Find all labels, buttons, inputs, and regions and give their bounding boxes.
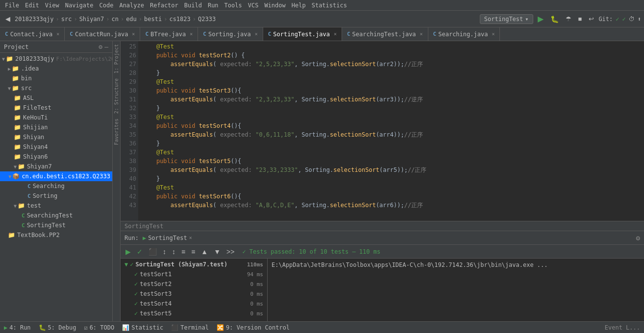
- test-item-1[interactable]: ✓ testSort1 94 ms: [121, 269, 267, 279]
- menu-code[interactable]: Code: [97, 1, 117, 10]
- run-more-button[interactable]: >>: [224, 247, 236, 257]
- tab-close-btree[interactable]: ×: [190, 31, 193, 37]
- breadcrumb-cn[interactable]: cn: [111, 16, 118, 23]
- run-stop-button[interactable]: ⬛: [147, 247, 159, 257]
- breadcrumb-besti[interactable]: besti: [144, 16, 162, 23]
- breadcrumb-cs1823[interactable]: cs1823: [169, 16, 190, 23]
- tab-close-contactrun[interactable]: ×: [132, 31, 135, 37]
- tree-item-shiyan4[interactable]: 📁 Shiyan4: [0, 142, 112, 152]
- tree-item-root[interactable]: ▼ 📁 20182333qjy F:\IdeaProjects\20182333…: [0, 54, 112, 64]
- run-down-button[interactable]: ▼: [212, 247, 223, 257]
- run-output[interactable]: E:\AppData\JetBrains\Toolbox\apps\IDEA-C…: [268, 259, 644, 321]
- test-item-3[interactable]: ✓ testSort3 0 ms: [121, 289, 267, 299]
- git-history-icon[interactable]: ⏱: [629, 16, 635, 23]
- test-suite-item[interactable]: ▼ ✓ SortingTest (Shiyan7.test) 110ms: [121, 260, 267, 269]
- stop-button[interactable]: ■: [576, 14, 585, 24]
- panel-tab-favorites[interactable]: Favorites: [113, 117, 120, 147]
- panel-tab-project[interactable]: 1: Project: [113, 42, 120, 75]
- test-item-2[interactable]: ✓ testSort2 0 ms: [121, 279, 267, 289]
- menu-analyze[interactable]: Analyze: [116, 1, 147, 10]
- menu-build[interactable]: Build: [181, 1, 205, 10]
- menu-view[interactable]: View: [42, 1, 62, 10]
- menu-help[interactable]: Help: [289, 1, 309, 10]
- breadcrumb-q2333[interactable]: Q2333: [198, 16, 216, 23]
- run-expand-button[interactable]: ≡: [179, 247, 187, 257]
- menu-edit[interactable]: Edit: [22, 1, 42, 10]
- run-tab[interactable]: ▶ SortingTest ×: [143, 235, 192, 241]
- menu-file[interactable]: File: [2, 1, 22, 10]
- menu-navigate[interactable]: Navigate: [62, 1, 97, 10]
- debug-button[interactable]: 🐛: [548, 14, 561, 24]
- tree-item-test[interactable]: ▼ 📁 test: [0, 201, 112, 211]
- tab-contact[interactable]: C Contact.java ×: [0, 27, 65, 41]
- tree-item-bin[interactable]: 📁 bin: [0, 73, 112, 83]
- code-text[interactable]: @Test public void testSort2() { assertEq…: [138, 41, 644, 221]
- tree-item-searchingtest-file[interactable]: C SearchingTest: [0, 211, 112, 220]
- tab-close-searching[interactable]: ×: [492, 31, 495, 37]
- tree-item-src[interactable]: ▼ 📁 src: [0, 83, 112, 93]
- tree-item-shiyan7[interactable]: ▼ 📁 Shiyan7: [0, 162, 112, 171]
- tab-close-searchingtest[interactable]: ×: [420, 31, 423, 37]
- arrow-bin: [8, 76, 11, 81]
- menu-vcs[interactable]: VCS: [245, 1, 262, 10]
- run-tab-close[interactable]: ×: [189, 235, 192, 240]
- run-config-selector[interactable]: SortingTest ▾: [480, 14, 533, 24]
- tab-close-sortingtest[interactable]: ×: [334, 31, 337, 37]
- breadcrumb-src[interactable]: src: [61, 16, 72, 23]
- event-log-label[interactable]: Event L...: [605, 324, 640, 331]
- bottom-statistic[interactable]: 📊 Statistic: [122, 324, 163, 331]
- menu-run[interactable]: Run: [205, 1, 222, 10]
- sidebar-settings-icon[interactable]: ⚙: [99, 43, 102, 50]
- undo-button[interactable]: ↩: [586, 14, 596, 24]
- tree-item-shiyan6[interactable]: 📁 Shiyan6: [0, 152, 112, 162]
- breadcrumb-edu[interactable]: edu: [126, 16, 137, 23]
- sidebar-collapse-icon[interactable]: —: [104, 43, 108, 50]
- run-settings-icon[interactable]: ⚙: [636, 234, 640, 242]
- tree-item-sortingtest-file[interactable]: C SortingTest: [0, 220, 112, 230]
- menu-tools[interactable]: Tools: [222, 1, 245, 10]
- tree-item-shijian[interactable]: 📁 Shijian: [0, 122, 112, 132]
- run-button[interactable]: ▶: [535, 13, 546, 25]
- panel-tab-structure[interactable]: 2: Structure: [113, 76, 120, 116]
- menu-refactor[interactable]: Refactor: [147, 1, 181, 10]
- tab-label-sortingtest: SortingTest.java: [273, 31, 330, 38]
- tree-item-asl[interactable]: 📁 ASL: [0, 93, 112, 103]
- bottom-run[interactable]: ▶ 4: Run: [4, 324, 31, 331]
- tree-item-package[interactable]: ▼ 📦 cn.edu.besti.cs1823.Q2333: [0, 171, 112, 181]
- tab-sortingtest[interactable]: C SortingTest.java ×: [263, 27, 342, 41]
- git-push-icon[interactable]: ⬆: [638, 16, 641, 23]
- tab-searching[interactable]: C Searching.java ×: [428, 27, 500, 41]
- bottom-terminal[interactable]: ⬛ Terminal: [171, 324, 209, 331]
- tree-item-searching-file[interactable]: C Searching: [0, 181, 112, 191]
- test-item-4[interactable]: ✓ testSort4 0 ms: [121, 299, 267, 309]
- tree-item-textbook[interactable]: 📁 TextBook.PP2: [0, 230, 112, 240]
- tab-close-contact[interactable]: ×: [56, 31, 59, 37]
- run-sort2-button[interactable]: ↕: [170, 247, 177, 257]
- tree-item-kehouti[interactable]: 📁 KeHouTi: [0, 113, 112, 122]
- tree-item-filetest[interactable]: 📁 FileTest: [0, 103, 112, 113]
- run-sort1-button[interactable]: ↕: [161, 247, 168, 257]
- bottom-debug[interactable]: 🐛 5: Debug: [39, 324, 76, 331]
- rerun-button[interactable]: ▶: [124, 247, 133, 257]
- tab-sorting[interactable]: C Sorting.java ×: [198, 27, 263, 41]
- tab-searchingtest[interactable]: C SearchingTest.java ×: [342, 27, 428, 41]
- tab-label-searching: Searching.java: [438, 31, 488, 38]
- bottom-todo[interactable]: ☑ 6: TODO: [84, 324, 114, 331]
- test-item-5[interactable]: ✓ testSort5 0 ms: [121, 309, 267, 318]
- run-up-button[interactable]: ▲: [199, 247, 210, 257]
- tab-contactrun[interactable]: C ContactRun.java ×: [65, 27, 140, 41]
- tree-item-sorting-file[interactable]: C Sorting: [0, 191, 112, 201]
- breadcrumb-root[interactable]: 20182333qjy: [15, 16, 53, 23]
- run-check-button[interactable]: ✓: [135, 247, 145, 257]
- tab-btree[interactable]: C BTree.java ×: [140, 27, 198, 41]
- tab-close-sorting[interactable]: ×: [255, 31, 258, 37]
- bottom-vcs[interactable]: 🔀 9: Version Control: [217, 324, 290, 331]
- run-collapse-button[interactable]: ≡: [189, 247, 197, 257]
- coverage-button[interactable]: ☂: [563, 14, 574, 24]
- tree-item-shiyan[interactable]: 📁 Shiyan: [0, 132, 112, 142]
- menu-window[interactable]: Window: [261, 1, 288, 10]
- tree-item-idea[interactable]: ▶ 📁 .idea: [0, 64, 112, 73]
- breadcrumb-shiyan7[interactable]: Shiyan7: [79, 16, 104, 23]
- back-button[interactable]: ◀: [3, 14, 13, 24]
- menu-statistics[interactable]: Statistics: [309, 1, 350, 10]
